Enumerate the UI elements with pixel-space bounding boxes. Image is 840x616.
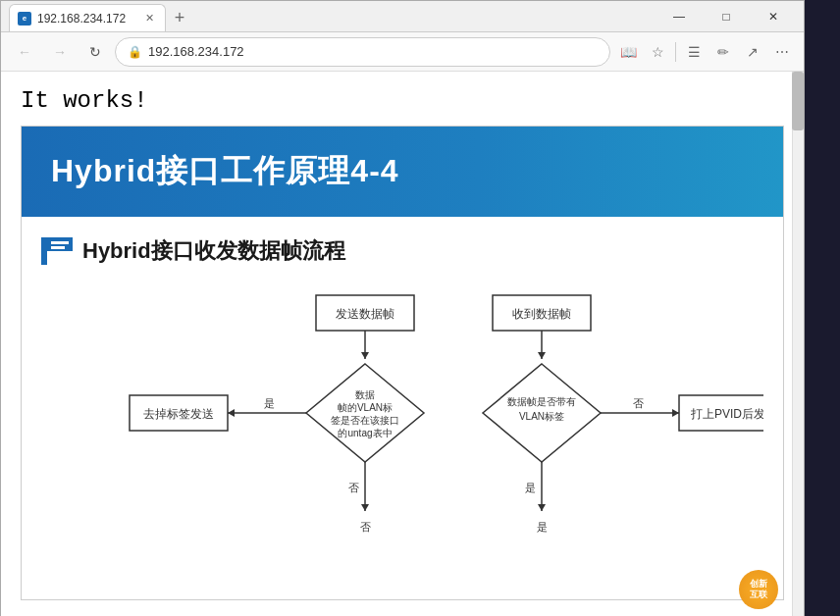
star-icon: ☆ bbox=[652, 44, 664, 60]
refresh-icon: ↻ bbox=[89, 44, 101, 60]
desktop-right-strip bbox=[805, 0, 840, 616]
close-button[interactable]: ✕ bbox=[751, 1, 796, 32]
tab-favicon: e bbox=[18, 12, 31, 26]
svg-text:是: 是 bbox=[264, 397, 275, 409]
reading-icon: 📖 bbox=[620, 44, 637, 60]
new-tab-button[interactable]: + bbox=[166, 4, 193, 31]
tab-area: e 192.168.234.172 ✕ + bbox=[9, 1, 645, 31]
svg-text:否: 否 bbox=[348, 482, 359, 493]
forward-icon: → bbox=[53, 44, 67, 60]
watermark: 创新互联 bbox=[739, 570, 784, 609]
svg-marker-33 bbox=[538, 504, 546, 511]
close-icon: ✕ bbox=[768, 10, 778, 24]
node-receive-label: 收到数据帧 bbox=[512, 307, 571, 321]
slide-title: Hybrid接口工作原理4-4 bbox=[51, 150, 754, 193]
svg-text:是: 是 bbox=[537, 521, 548, 533]
scrollbar-track[interactable] bbox=[792, 72, 804, 616]
nav-divider bbox=[675, 42, 676, 62]
section-title: Hybrid接口收发数据帧流程 bbox=[82, 236, 345, 266]
slide-container: Hybrid接口工作原理4-4 Hybrid接口收发数据帧流程 bbox=[21, 126, 784, 600]
section-icon bbox=[41, 237, 73, 265]
svg-marker-10 bbox=[538, 352, 546, 359]
svg-marker-25 bbox=[672, 409, 679, 417]
svg-text:签是否在该接口: 签是否在该接口 bbox=[331, 415, 399, 426]
flowchart: 发送数据帧 收到数据帧 数据 帧的VLAN标 bbox=[41, 285, 763, 580]
page-content[interactable]: It works! Hybrid接口工作原理4-4 bbox=[1, 72, 804, 616]
share-icon: ↗ bbox=[747, 44, 759, 60]
svg-text:的untag表中: 的untag表中 bbox=[338, 428, 392, 438]
tab-close-button[interactable]: ✕ bbox=[141, 11, 157, 26]
notes-icon: ✏ bbox=[717, 44, 729, 60]
scrollbar-thumb[interactable] bbox=[792, 72, 804, 130]
svg-text:数据: 数据 bbox=[355, 389, 375, 400]
svg-marker-11 bbox=[306, 364, 424, 462]
watermark-text: 创新互联 bbox=[750, 579, 767, 600]
watermark-circle: 创新互联 bbox=[739, 570, 778, 609]
more-icon: ⋯ bbox=[775, 44, 789, 60]
svg-marker-20 bbox=[228, 409, 235, 417]
nav-icons-right: 📖 ☆ ☰ ✏ ↗ ⋯ bbox=[614, 38, 796, 66]
address-bar[interactable]: 🔒 192.168.234.172 bbox=[115, 37, 610, 67]
svg-text:是: 是 bbox=[525, 482, 536, 493]
svg-text:打上PVID后发: 打上PVID后发 bbox=[690, 407, 763, 421]
svg-text:帧的VLAN标: 帧的VLAN标 bbox=[338, 402, 393, 413]
svg-text:去掉标签发送: 去掉标签发送 bbox=[143, 407, 214, 421]
hub-button[interactable]: ☰ bbox=[680, 38, 708, 66]
back-button[interactable]: ← bbox=[9, 36, 40, 68]
svg-marker-8 bbox=[361, 352, 369, 359]
more-button[interactable]: ⋯ bbox=[768, 38, 796, 66]
back-icon: ← bbox=[18, 44, 31, 60]
refresh-button[interactable]: ↻ bbox=[79, 36, 111, 68]
tab-label: 192.168.234.172 bbox=[37, 12, 126, 26]
svg-rect-4 bbox=[51, 246, 65, 249]
share-button[interactable]: ↗ bbox=[739, 38, 766, 66]
section-title-row: Hybrid接口收发数据帧流程 bbox=[41, 236, 763, 266]
address-text: 192.168.234.172 bbox=[148, 44, 600, 59]
title-bar: e 192.168.234.172 ✕ + — □ ✕ bbox=[1, 1, 804, 32]
maximize-icon: □ bbox=[722, 10, 729, 24]
window-controls: — □ ✕ bbox=[656, 1, 796, 32]
svg-text:否: 否 bbox=[360, 521, 371, 533]
minimize-button[interactable]: — bbox=[656, 1, 702, 32]
web-notes-button[interactable]: ✏ bbox=[709, 38, 737, 66]
svg-marker-30 bbox=[361, 504, 369, 511]
it-works-text: It works! bbox=[1, 72, 804, 126]
favorites-button[interactable]: ☆ bbox=[644, 38, 671, 66]
svg-text:VLAN标签: VLAN标签 bbox=[519, 411, 564, 422]
slide-body: Hybrid接口收发数据帧流程 发送数据帧 收到数据帧 bbox=[22, 217, 783, 599]
svg-text:否: 否 bbox=[633, 397, 644, 409]
node-send-label: 发送数据帧 bbox=[336, 307, 394, 321]
hub-icon: ☰ bbox=[688, 44, 701, 60]
reading-mode-button[interactable]: 📖 bbox=[614, 38, 642, 66]
lock-icon: 🔒 bbox=[128, 45, 142, 59]
slide-header: Hybrid接口工作原理4-4 bbox=[22, 127, 783, 217]
svg-rect-3 bbox=[51, 241, 69, 244]
browser-tab[interactable]: e 192.168.234.172 ✕ bbox=[9, 4, 166, 31]
minimize-icon: — bbox=[673, 10, 685, 24]
navigation-bar: ← → ↻ 🔒 192.168.234.172 📖 ☆ ☰ ✏ bbox=[1, 32, 804, 72]
browser-window: e 192.168.234.172 ✕ + — □ ✕ ← → ↻ bbox=[0, 0, 805, 616]
svg-rect-2 bbox=[47, 251, 73, 255]
maximize-button[interactable]: □ bbox=[704, 1, 749, 32]
svg-rect-0 bbox=[41, 237, 47, 265]
svg-text:数据帧是否带有: 数据帧是否带有 bbox=[507, 396, 576, 407]
forward-button[interactable]: → bbox=[44, 36, 76, 68]
